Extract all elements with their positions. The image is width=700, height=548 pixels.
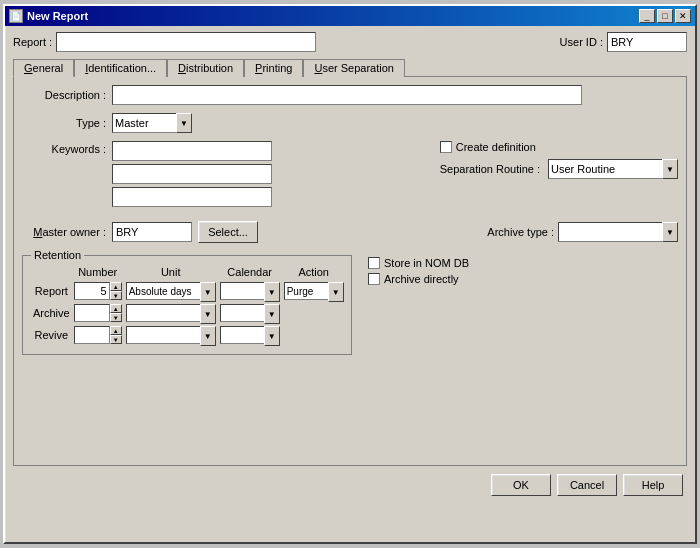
separation-routine-select[interactable]: User Routine None Custom	[548, 159, 678, 179]
tab-user-separation[interactable]: User Separation	[303, 59, 405, 77]
help-button[interactable]: Help	[623, 474, 683, 496]
report-action-select-wrapper: Purge Archive None ▼	[284, 282, 344, 300]
keyword-input-2[interactable]	[112, 164, 272, 184]
title-bar: 📄 New Report _ □ ✕	[5, 6, 695, 26]
create-definition-checkbox[interactable]	[440, 141, 452, 153]
tab-printing[interactable]: Printing	[244, 59, 303, 77]
retention-checkboxes-row: Retention Number Unit Calendar Action	[22, 251, 678, 355]
master-owner-label: Master owner :	[22, 226, 112, 238]
type-label: Type :	[22, 117, 112, 129]
right-form-section: Create definition Separation Routine : U…	[420, 141, 678, 179]
report-number-down-icon[interactable]: ▼	[110, 291, 122, 300]
report-calendar-select[interactable]: Cal1 Cal2	[220, 282, 280, 300]
minimize-button[interactable]: _	[639, 9, 655, 23]
store-in-nom-checkbox[interactable]	[368, 257, 380, 269]
report-input[interactable]	[56, 32, 316, 52]
master-owner-input[interactable]	[112, 222, 192, 242]
archive-number-up-icon[interactable]: ▲	[110, 304, 122, 313]
retention-calendar-archive: Cal1 ▼	[218, 302, 282, 324]
archive-number-down-icon[interactable]: ▼	[110, 313, 122, 322]
tab-general[interactable]: General	[13, 59, 74, 77]
archive-type-select[interactable]: Type1 Type2	[558, 222, 678, 242]
ok-button[interactable]: OK	[491, 474, 551, 496]
master-archive-row: Master owner : Select... Archive type : …	[22, 221, 678, 243]
retention-row-archive: Archive ▲ ▼	[31, 302, 346, 324]
keywords-section: Keywords :	[22, 141, 272, 207]
revive-number-up-icon[interactable]: ▲	[110, 326, 122, 335]
retention-table: Number Unit Calendar Action Report	[31, 264, 346, 346]
report-number-spinner: ▲ ▼	[74, 282, 122, 300]
bottom-buttons: OK Cancel Help	[13, 474, 687, 496]
store-in-nom-label: Store in NOM DB	[384, 257, 469, 269]
archive-calendar-select-wrapper: Cal1 ▼	[220, 304, 280, 322]
archive-unit-select[interactable]: Absolute days Business days	[126, 304, 216, 322]
report-label: Report :	[13, 36, 52, 48]
tab-distribution[interactable]: Distribution	[167, 59, 244, 77]
select-button[interactable]: Select...	[198, 221, 258, 243]
type-select[interactable]: Master Report Archive	[112, 113, 192, 133]
description-label: Description :	[22, 89, 112, 101]
master-owner-row: Master owner : Select...	[22, 221, 258, 243]
title-bar-left: 📄 New Report	[9, 9, 88, 23]
cancel-button[interactable]: Cancel	[557, 474, 617, 496]
archive-unit-select-wrapper: Absolute days Business days ▼	[126, 304, 216, 322]
col-header-empty	[31, 264, 72, 280]
archive-number-input[interactable]	[74, 304, 110, 322]
create-definition-label: Create definition	[456, 141, 536, 153]
report-unit-select[interactable]: Absolute days Business days Weeks Months…	[126, 282, 216, 300]
retention-unit-report: Absolute days Business days Weeks Months…	[124, 280, 218, 302]
tab-identification[interactable]: Identification...	[74, 59, 167, 77]
archive-calendar-select[interactable]: Cal1	[220, 304, 280, 322]
report-unit-select-wrapper: Absolute days Business days Weeks Months…	[126, 282, 216, 300]
archive-directly-checkbox[interactable]	[368, 273, 380, 285]
revive-calendar-select-wrapper: Cal1 ▼	[220, 326, 280, 344]
retention-label-report: Report	[31, 280, 72, 302]
retention-number-report: ▲ ▼	[72, 280, 124, 302]
report-action-select[interactable]: Purge Archive None	[284, 282, 344, 300]
archive-number-spinner: ▲ ▼	[74, 304, 122, 322]
userid-row: User ID :	[560, 32, 687, 52]
keywords-inputs	[112, 141, 272, 207]
retention-row-revive: Revive ▲ ▼	[31, 324, 346, 346]
window-content: Report : User ID : General Identificatio…	[5, 26, 695, 502]
report-number-up-icon[interactable]: ▲	[110, 282, 122, 291]
report-number-input[interactable]	[74, 282, 110, 300]
userid-input[interactable]	[607, 32, 687, 52]
archive-directly-row: Archive directly	[368, 273, 469, 285]
description-input[interactable]	[112, 85, 582, 105]
archive-directly-label: Archive directly	[384, 273, 459, 285]
report-row: Report :	[13, 32, 316, 52]
revive-number-down-icon[interactable]: ▼	[110, 335, 122, 344]
retention-unit-archive: Absolute days Business days ▼	[124, 302, 218, 324]
retention-calendar-revive: Cal1 ▼	[218, 324, 282, 346]
type-select-wrapper: Master Report Archive ▼	[112, 113, 192, 133]
window-icon: 📄	[9, 9, 23, 23]
keywords-archive-row: Keywords : Create definition Separation …	[22, 141, 678, 215]
type-row: Type : Master Report Archive ▼	[22, 113, 678, 133]
col-header-number: Number	[72, 264, 124, 280]
right-checkboxes: Store in NOM DB Archive directly	[368, 257, 469, 285]
revive-unit-select[interactable]: Absolute days	[126, 326, 216, 344]
keyword-input-3[interactable]	[112, 187, 272, 207]
retention-action-revive	[282, 324, 346, 346]
separation-routine-select-wrapper: User Routine None Custom ▼	[548, 159, 678, 179]
revive-number-spinner: ▲ ▼	[74, 326, 122, 344]
tab-bar: General Identification... Distribution P…	[13, 58, 687, 76]
revive-number-input[interactable]	[74, 326, 110, 344]
close-button[interactable]: ✕	[675, 9, 691, 23]
window-title: New Report	[27, 10, 88, 22]
revive-calendar-select[interactable]: Cal1	[220, 326, 280, 344]
main-window: 📄 New Report _ □ ✕ Report : User ID : Ge…	[3, 4, 697, 544]
retention-action-archive	[282, 302, 346, 324]
keyword-input-1[interactable]	[112, 141, 272, 161]
top-bar: Report : User ID :	[13, 32, 687, 52]
keywords-label: Keywords :	[22, 141, 112, 155]
store-in-nom-row: Store in NOM DB	[368, 257, 469, 269]
report-number-spinner-btns: ▲ ▼	[110, 282, 122, 300]
separation-routine-label: Separation Routine :	[440, 163, 540, 175]
report-calendar-select-wrapper: Cal1 Cal2 ▼	[220, 282, 280, 300]
retention-action-report: Purge Archive None ▼	[282, 280, 346, 302]
maximize-button[interactable]: □	[657, 9, 673, 23]
archive-number-spinner-btns: ▲ ▼	[110, 304, 122, 322]
col-header-calendar: Calendar	[218, 264, 282, 280]
